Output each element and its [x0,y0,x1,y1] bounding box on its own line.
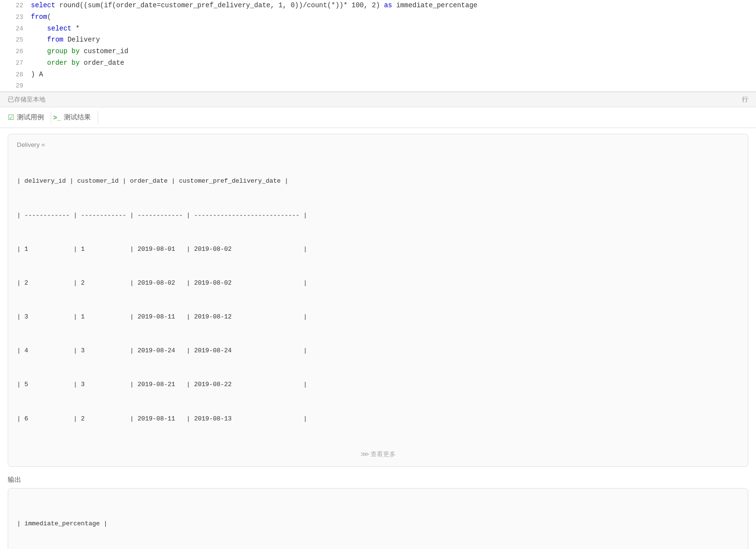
output-table: | immediate_percentage | | -------------… [17,495,739,549]
terminal-icon: >_ [53,114,61,121]
tab-test-case[interactable]: ☑ 测试用例 [8,111,51,124]
code-content: from( [31,12,51,23]
line-number: 27 [6,58,23,69]
code-line-25: 25 from Delivery [0,34,756,46]
code-line-23: 23 from( [0,12,756,23]
main-content: Delivery = | delivery_id | customer_id |… [0,128,756,549]
code-line-24: 24 select * [0,23,756,35]
output-panel: | immediate_percentage | | -------------… [8,488,748,549]
code-content: from Delivery [31,34,100,46]
code-line-27: 27 order by order_date [0,58,756,69]
table-row: | 1 | 1 | 2019-08-01 | 2019-08-02 | [17,244,739,255]
tab-test-case-label: 测试用例 [17,113,44,122]
code-content: select * [31,23,80,35]
tab-test-result[interactable]: >_ 测试结果 [51,111,98,124]
table-row: | 3 | 1 | 2019-08-11 | 2019-08-12 | [17,311,739,322]
test-case-table: | delivery_id | customer_id | order_date… [17,153,739,447]
line-number: 23 [6,12,23,23]
table-separator-row: | ------------ | ------------ | --------… [17,210,739,221]
line-number: 29 [6,81,23,91]
status-line: 行 [742,95,748,104]
status-bar: 已存储至本地 行 [0,92,756,107]
tabs-bar: ☑ 测试用例 >_ 测试结果 [0,107,756,128]
tab-test-result-label: 测试结果 [64,113,91,122]
code-line-26: 26 group by customer_id [0,46,756,58]
test-case-panel: Delivery = | delivery_id | customer_id |… [8,134,748,467]
table-row: | 6 | 2 | 2019-08-11 | 2019-08-13 | [17,413,739,424]
line-number: 28 [6,70,23,80]
code-content: select round((sum(if(order_date=customer… [31,0,477,12]
table-row: | 2 | 2 | 2019-08-02 | 2019-08-02 | [17,277,739,289]
line-number: 24 [6,24,23,34]
output-section-label: 输出 [8,476,748,484]
view-more-button[interactable]: ⋙ 查看更多 [17,447,739,460]
table-row: | 4 | 3 | 2019-08-24 | 2019-08-24 | [17,345,739,356]
code-line-29: 29 [0,81,756,91]
code-editor[interactable]: 22 select round((sum(if(order_date=custo… [0,0,756,92]
line-number: 25 [6,35,23,45]
line-number: 26 [6,46,23,57]
code-content: ) A [31,69,43,81]
table-row: | 5 | 3 | 2019-08-21 | 2019-08-22 | [17,379,739,390]
code-line-22: 22 select round((sum(if(order_date=custo… [0,0,756,12]
test-case-label: Delivery = [17,141,739,148]
code-content: group by customer_id [31,46,128,58]
table-header-row: | delivery_id | customer_id | order_date… [17,175,739,187]
code-content: order by order_date [31,58,124,69]
check-icon: ☑ [8,113,14,122]
output-header: | immediate_percentage | [17,518,739,529]
status-saved: 已存储至本地 [8,95,45,104]
line-number: 22 [6,0,23,11]
code-line-28: 28 ) A [0,69,756,81]
